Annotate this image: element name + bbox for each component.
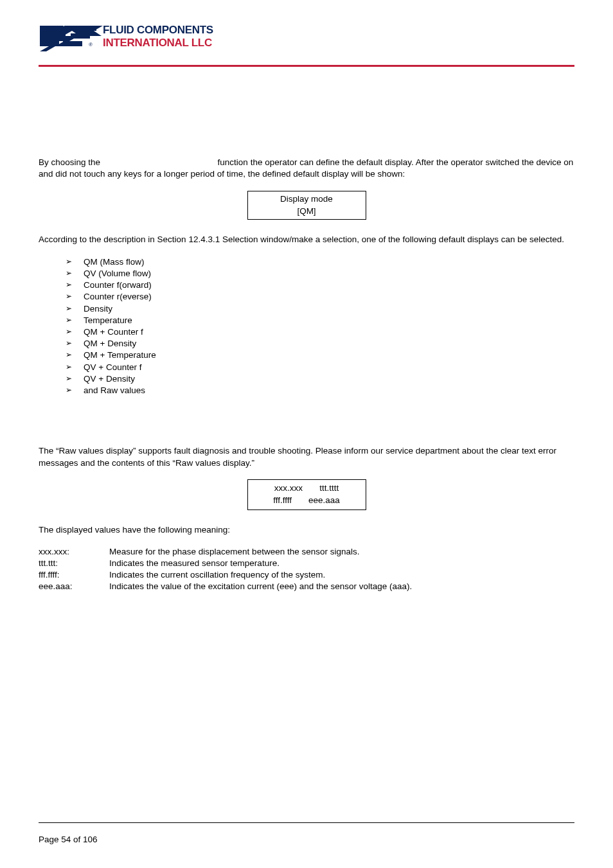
- def-key: eee.aaa:: [39, 581, 109, 592]
- raw-ttt: ttt.tttt: [319, 483, 339, 495]
- raw-row-2: fff.ffff eee.aaa: [248, 495, 366, 507]
- svg-text:FLUID COMPONENTS: FLUID COMPONENTS: [103, 24, 213, 36]
- section1-p2: According to the description in Section …: [39, 234, 574, 245]
- list-item: QV + Counter f: [66, 362, 574, 373]
- svg-text:®: ®: [89, 42, 93, 48]
- list-item: Density: [66, 303, 574, 315]
- svg-rect-1: [64, 26, 85, 31]
- svg-rect-4: [71, 33, 90, 39]
- section1-p1b: function the operator can define the def…: [39, 157, 573, 179]
- def-key: ttt.ttt:: [39, 558, 109, 569]
- display-mode-row1: Display mode: [248, 193, 366, 206]
- section1-p1: By choosing the function the operator ca…: [39, 157, 574, 180]
- page-header: ® FLUID COMPONENTS INTERNATIONAL LLC: [39, 19, 574, 67]
- def-key: fff.ffff:: [39, 569, 109, 581]
- fci-logo: ® FLUID COMPONENTS INTERNATIONAL LLC: [39, 19, 218, 53]
- def-row: eee.aaa: Indicates the value of the exci…: [39, 581, 574, 592]
- svg-rect-5: [40, 41, 59, 46]
- list-item: QV (Volume flow): [66, 268, 574, 279]
- display-mode-row2: [QM]: [248, 206, 366, 218]
- def-key: xxx.xxx:: [39, 546, 109, 558]
- display-mode-box: Display mode [QM]: [247, 191, 366, 220]
- list-item: QV + Density: [66, 373, 574, 385]
- definitions: xxx.xxx: Measure for the phase displacem…: [39, 546, 574, 593]
- list-item: Counter r(everse): [66, 291, 574, 303]
- def-row: ttt.ttt: Indicates the measured sensor t…: [39, 558, 574, 569]
- section2-p1: The “Raw values display” supports fault …: [39, 445, 574, 468]
- svg-rect-6: [63, 41, 82, 46]
- svg-rect-3: [46, 33, 66, 39]
- raw-eee: eee.aaa: [308, 495, 340, 507]
- svg-rect-2: [89, 26, 96, 31]
- raw-fff: fff.ffff: [273, 495, 292, 507]
- list-item: and Raw values: [66, 385, 574, 396]
- svg-text:INTERNATIONAL LLC: INTERNATIONAL LLC: [103, 37, 212, 49]
- page-number: Page 54 of 106: [39, 834, 98, 846]
- def-row: fff.ffff: Indicates the current oscillat…: [39, 569, 574, 581]
- section-gap: [39, 407, 574, 445]
- footer-divider: [39, 822, 574, 823]
- raw-values-box: xxx.xxx ttt.tttt fff.ffff eee.aaa: [247, 479, 366, 510]
- list-item: QM + Counter f: [66, 326, 574, 338]
- list-item: QM (Mass flow): [66, 256, 574, 268]
- section3-intro: The displayed values have the following …: [39, 524, 574, 536]
- def-val: Measure for the phase displacement betwe…: [109, 546, 359, 558]
- raw-xxx: xxx.xxx: [274, 483, 303, 495]
- options-list: QM (Mass flow) QV (Volume flow) Counter …: [66, 256, 574, 397]
- list-item: QM + Temperature: [66, 350, 574, 361]
- svg-rect-0: [40, 26, 60, 31]
- list-item: Temperature: [66, 315, 574, 326]
- list-item: Counter f(orward): [66, 279, 574, 291]
- def-val: Indicates the current oscillation freque…: [109, 569, 325, 581]
- raw-row-1: xxx.xxx ttt.tttt: [248, 483, 366, 495]
- section1-p1a: By choosing the: [39, 157, 100, 167]
- def-val: Indicates the measured sensor temperatur…: [109, 558, 280, 569]
- list-item: QM + Density: [66, 338, 574, 350]
- def-row: xxx.xxx: Measure for the phase displacem…: [39, 546, 574, 558]
- def-val: Indicates the value of the excitation cu…: [109, 581, 412, 592]
